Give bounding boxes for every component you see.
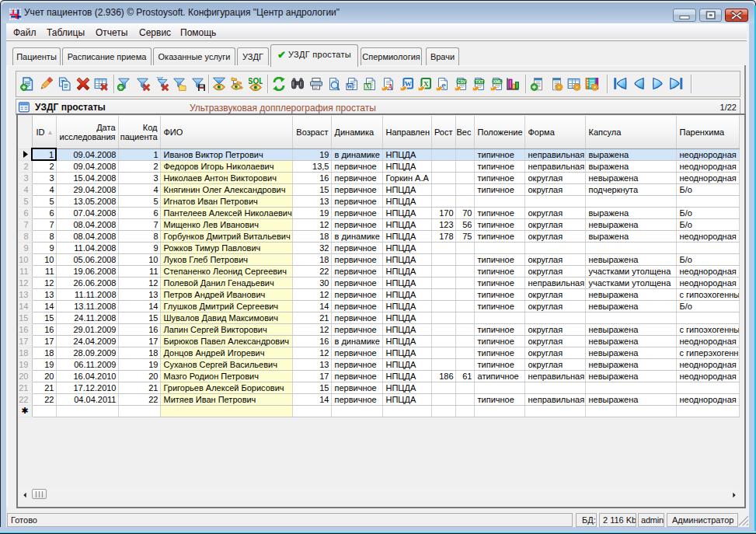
svg-text:X: X bbox=[365, 83, 370, 90]
svg-text:W: W bbox=[347, 83, 353, 90]
svg-text:CSV: CSV bbox=[458, 79, 466, 84]
svg-text:X: X bbox=[423, 80, 429, 88]
svg-text:XML: XML bbox=[493, 79, 503, 84]
svg-text:TXT: TXT bbox=[476, 79, 484, 84]
svg-text:A: A bbox=[387, 83, 392, 91]
svg-text:SQL: SQL bbox=[249, 77, 263, 86]
